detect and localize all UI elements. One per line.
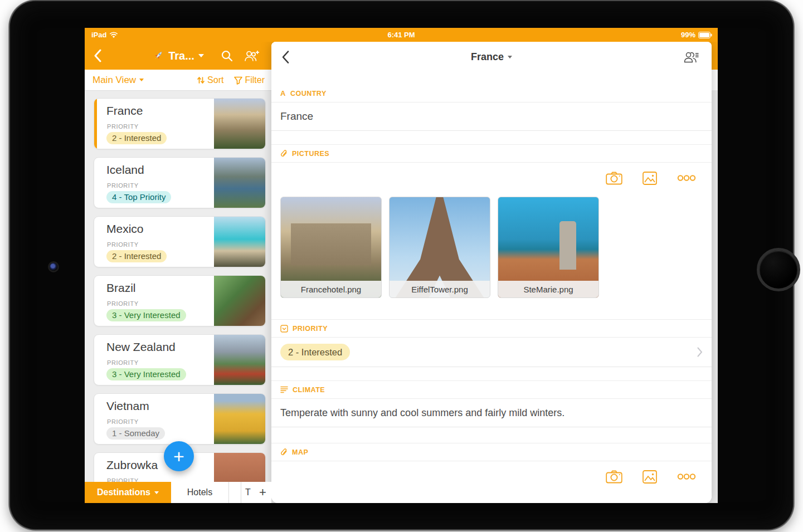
field-label: PRIORITY <box>107 359 139 366</box>
climate-value-row[interactable]: Temperate with sunny and cool summers an… <box>271 399 712 427</box>
sort-button[interactable]: Sort <box>196 75 223 85</box>
field-header-map: MAP <box>271 443 712 461</box>
chevron-down-icon <box>508 56 512 58</box>
card-photo <box>214 99 265 149</box>
accent-bar <box>94 276 97 326</box>
add-image-button[interactable] <box>643 172 657 185</box>
priority-badge: 3 - Very Interested <box>106 368 186 380</box>
record-title: Mexico <box>106 222 144 236</box>
sort-label: Sort <box>207 75 223 85</box>
attachment-filename: Francehotel.png <box>281 281 381 297</box>
field-label: PRIORITY <box>107 477 139 482</box>
tab-destinations[interactable]: Destinations <box>85 482 171 503</box>
record-card-vietnam[interactable]: Vietnam PRIORITY 1 - Someday <box>94 393 266 445</box>
accent-bar <box>94 217 97 267</box>
field-header-pictures: PICTURES <box>271 145 712 163</box>
filter-button[interactable]: Filter <box>233 75 265 85</box>
thumbnail-image <box>291 223 371 266</box>
tab-label: Hotels <box>187 487 212 497</box>
chevron-down-icon <box>139 79 144 81</box>
record-card-mexico[interactable]: Mexico PRIORITY 2 - Interested <box>94 216 266 267</box>
picture-attachments: Francehotel.png EiffelTower.png SteMarie… <box>271 193 712 308</box>
more-options-button[interactable] <box>677 174 696 182</box>
view-selector[interactable]: Main View <box>93 75 144 86</box>
search-button[interactable] <box>220 49 233 62</box>
record-card-new-zealand[interactable]: New Zealand PRIORITY 3 - Very Interested <box>94 334 266 385</box>
app-screen: iPad 6:41 PM 99% Tra... <box>85 28 718 503</box>
attachment-thumbnail[interactable]: EiffelTower.png <box>389 197 490 298</box>
detail-nav-bar: France <box>271 42 712 73</box>
add-image-button[interactable] <box>643 470 657 484</box>
add-record-fab[interactable]: + <box>164 441 194 471</box>
take-photo-button[interactable] <box>606 470 622 484</box>
battery-percent-label: 99% <box>681 31 695 39</box>
rocket-icon <box>152 50 164 62</box>
record-title: Brazil <box>106 281 136 295</box>
field-header-label: PICTURES <box>292 150 329 158</box>
accent-bar <box>94 394 97 444</box>
add-collaborator-button[interactable] <box>244 50 260 62</box>
record-card-brazil[interactable]: Brazil PRIORITY 3 - Very Interested <box>94 275 266 326</box>
priority-value-row[interactable]: 2 - Interested <box>271 338 712 367</box>
spacer <box>271 367 712 381</box>
paperclip-icon <box>280 149 288 158</box>
attachment-filename: EiffelTower.png <box>390 281 490 297</box>
collaborators-button[interactable] <box>683 50 699 64</box>
add-table-button[interactable]: + <box>254 482 271 503</box>
pictures-actions <box>271 163 712 193</box>
view-name-label: Main View <box>93 75 136 86</box>
record-card-france[interactable]: France PRIORITY 2 - Interested <box>94 98 266 149</box>
priority-badge: 2 - Interested <box>106 250 167 262</box>
filter-icon <box>233 76 243 85</box>
card-photo <box>214 217 265 267</box>
spacer <box>271 72 712 85</box>
spacer <box>271 427 712 443</box>
plus-icon: + <box>259 485 266 500</box>
selected-accent-bar <box>94 99 97 149</box>
sort-icon <box>196 76 206 85</box>
priority-badge: 2 - Interested <box>280 344 350 360</box>
home-button[interactable] <box>757 248 800 291</box>
text-field-icon: A <box>280 89 286 97</box>
field-header-country: A COUNTRY <box>271 85 712 103</box>
more-options-button[interactable] <box>677 473 696 480</box>
record-title-dropdown[interactable]: France <box>271 42 712 72</box>
attachment-filename: SteMarie.png <box>498 281 598 297</box>
field-header-label: MAP <box>292 448 308 456</box>
field-label: PRIORITY <box>107 123 139 130</box>
detail-body: A COUNTRY France PICTURES <box>271 72 712 503</box>
card-photo <box>214 158 265 208</box>
record-title: Iceland <box>106 163 144 177</box>
thumbnail-image <box>559 221 577 269</box>
tab-hotels[interactable]: Hotels <box>171 482 229 503</box>
record-title: New Zealand <box>106 340 176 354</box>
app-header: Tra... <box>85 42 271 70</box>
attachment-thumbnail[interactable]: Francehotel.png <box>280 197 382 298</box>
plus-icon: + <box>173 447 184 466</box>
field-header-priority: PRIORITY <box>271 320 712 338</box>
attachment-thumbnail[interactable]: SteMarie.png <box>498 197 599 298</box>
view-toolbar: Main View Sort Filter <box>85 70 271 91</box>
record-card-iceland[interactable]: Iceland PRIORITY 4 - Top Priority <box>94 157 266 208</box>
long-text-field-icon <box>280 386 288 393</box>
priority-badge: 1 - Someday <box>106 427 165 440</box>
take-photo-button[interactable] <box>606 172 622 185</box>
field-header-climate: CLIMATE <box>271 381 712 399</box>
tab-label: Destinations <box>97 487 150 497</box>
country-value-row[interactable]: France <box>271 103 712 131</box>
tab-trips-clipped[interactable]: T <box>241 482 255 503</box>
field-label: PRIORITY <box>107 182 139 189</box>
field-label: PRIORITY <box>107 241 139 248</box>
climate-value: Temperate with sunny and cool summers an… <box>280 407 564 419</box>
priority-badge: 4 - Top Priority <box>106 191 171 203</box>
single-select-field-icon <box>280 325 288 333</box>
spacer <box>271 308 712 320</box>
tab-label: T <box>245 487 251 497</box>
field-header-label: COUNTRY <box>290 90 327 97</box>
map-actions <box>271 461 712 492</box>
field-header-label: PRIORITY <box>293 325 328 333</box>
accent-bar <box>94 453 97 482</box>
priority-badge: 3 - Very Interested <box>106 309 186 321</box>
record-title: France <box>106 104 143 118</box>
field-header-label: CLIMATE <box>293 386 325 394</box>
